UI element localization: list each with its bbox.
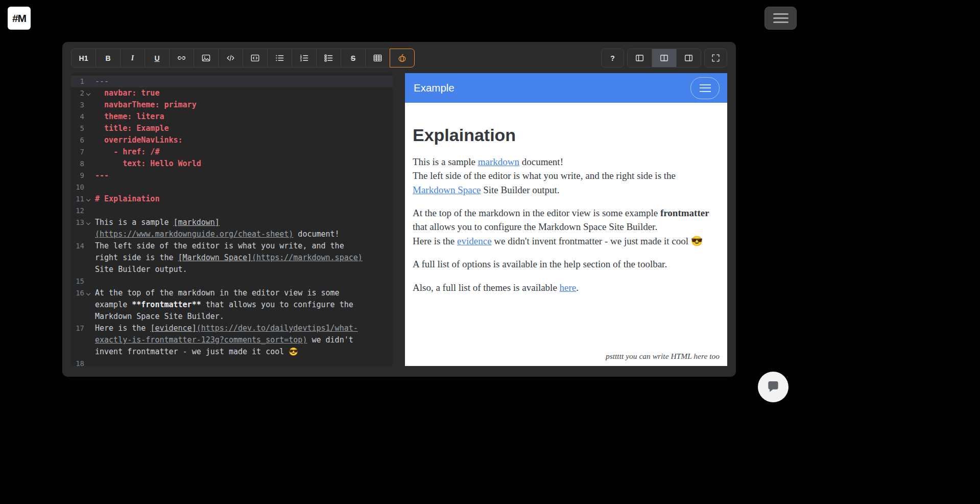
bold-button[interactable]: B <box>95 49 121 67</box>
bold-label: B <box>105 54 110 62</box>
editor-line[interactable]: 6 overrideNavLinks: <box>71 134 393 146</box>
line-number: 7 <box>71 146 84 158</box>
line-number: 6 <box>71 134 84 146</box>
editor-line[interactable]: 7 - href: /# <box>71 146 393 158</box>
format-button-group: H1BIU123S <box>71 49 415 67</box>
editor-line[interactable]: 11# Explaination <box>71 193 393 205</box>
ordered-list-button[interactable]: 123 <box>292 49 317 67</box>
editor-line[interactable]: 2 navbar: true <box>71 87 393 99</box>
line-number: 12 <box>71 205 84 217</box>
view-toggle-group <box>627 49 701 67</box>
line-number: 4 <box>71 111 84 123</box>
preview-navbar-title: Example <box>414 82 455 94</box>
panel-split-icon <box>659 53 669 63</box>
image-icon <box>201 53 211 63</box>
editor-panel: H1BIU123S ? 1---2 navbar: true3 navbarTh… <box>62 42 736 377</box>
line-number: 9 <box>71 170 84 181</box>
line-number: 3 <box>71 99 84 111</box>
preview-paragraph: At the top of the markdown in the editor… <box>413 206 720 248</box>
navbar-toggler-button[interactable] <box>690 77 720 99</box>
workspace: 1---2 navbar: true3 navbarTheme: primary… <box>71 73 727 366</box>
editor-line[interactable]: 8 text: Hello World <box>71 158 393 170</box>
bullet-list-button[interactable] <box>267 49 292 67</box>
fold-toggle-icon[interactable] <box>84 287 92 295</box>
preview-navbar: Example <box>405 73 727 103</box>
code-line-text: This is a sample [markdown](https://www.… <box>92 217 365 240</box>
view-editor-only-button[interactable] <box>627 49 652 67</box>
halloween-button[interactable] <box>390 49 415 67</box>
fullscreen-icon <box>711 53 721 63</box>
code-line-text: navbarTheme: primary <box>92 99 365 111</box>
heading-button[interactable]: H1 <box>71 49 96 67</box>
code-line-text: navbar: true <box>92 87 365 99</box>
pumpkin-icon <box>397 53 407 63</box>
editor-line[interactable]: 10 <box>71 181 393 193</box>
line-number: 11 <box>71 193 84 205</box>
editor-line[interactable]: 15 <box>71 276 393 287</box>
italic-button[interactable]: I <box>120 49 145 67</box>
help-button[interactable]: ? <box>601 49 624 67</box>
code-line-text: theme: litera <box>92 111 365 123</box>
code-line-text: --- <box>92 76 365 87</box>
preview-footnote: psttttt you can write HTML here too <box>413 352 720 366</box>
editor-line[interactable]: 5 title: Example <box>71 123 393 134</box>
link-button[interactable] <box>169 49 194 67</box>
image-button[interactable] <box>194 49 219 67</box>
preview-link[interactable]: Markdown Space <box>413 185 481 195</box>
fullscreen-button[interactable] <box>704 49 727 67</box>
view-button-bar: ? <box>601 49 727 67</box>
preview-paragraph: This is a sample markdown document!The l… <box>413 155 720 197</box>
fold-toggle-icon[interactable] <box>84 87 92 95</box>
editor-line[interactable]: 13This is a sample [markdown](https://ww… <box>71 217 393 240</box>
line-number: 10 <box>71 181 84 193</box>
chat-bubble-icon <box>766 379 781 395</box>
top-menu-button[interactable] <box>764 7 797 30</box>
strikethrough-label: S <box>351 54 355 62</box>
code-block-icon <box>250 53 260 63</box>
editor-line[interactable]: 9--- <box>71 170 393 181</box>
code-line-text: text: Hello World <box>92 158 365 170</box>
code-line-text: title: Example <box>92 123 365 134</box>
line-number: 17 <box>71 323 84 334</box>
preview-pane: Example Explaination This is a sample ma… <box>405 73 727 366</box>
fold-toggle-icon[interactable] <box>84 217 92 224</box>
editor-line[interactable]: 3 navbarTheme: primary <box>71 99 393 111</box>
hamburger-icon <box>773 13 788 15</box>
editor-line[interactable]: 17Here is the [evidence](https://dev.to/… <box>71 323 393 358</box>
underline-button[interactable]: U <box>145 49 170 67</box>
preview-link[interactable]: markdown <box>478 156 519 167</box>
editor-line[interactable]: 18 <box>71 358 393 366</box>
line-number: 2 <box>71 87 84 99</box>
inline-code-button[interactable] <box>218 49 243 67</box>
preview-link[interactable]: here <box>560 282 577 293</box>
bullet-list-icon <box>275 53 284 63</box>
editor-line[interactable]: 1--- <box>71 76 393 87</box>
editor-line[interactable]: 16At the top of the markdown in the edit… <box>71 287 393 323</box>
underline-label: U <box>154 54 159 62</box>
preview-link[interactable]: evidence <box>457 236 492 246</box>
svg-text:3: 3 <box>300 59 302 62</box>
line-number: 5 <box>71 123 84 134</box>
task-list-button[interactable] <box>316 49 341 67</box>
panel-left-icon <box>635 53 644 63</box>
code-block-button[interactable] <box>243 49 268 67</box>
chat-launcher-button[interactable] <box>758 372 788 402</box>
preview-heading: Explaination <box>413 125 720 145</box>
view-split-button[interactable] <box>652 49 677 67</box>
fold-toggle-icon[interactable] <box>84 193 92 201</box>
code-line-text: # Explaination <box>92 193 365 205</box>
line-number: 15 <box>71 276 84 287</box>
table-button[interactable] <box>365 49 390 67</box>
table-icon <box>373 53 383 63</box>
code-line-text: - href: /# <box>92 146 365 158</box>
editor-line[interactable]: 14The left side of the editor is what yo… <box>71 240 393 276</box>
ordered-list-icon: 123 <box>299 53 309 63</box>
link-icon <box>177 53 186 63</box>
editor-line[interactable]: 4 theme: litera <box>71 111 393 123</box>
code-editor[interactable]: 1---2 navbar: true3 navbarTheme: primary… <box>71 73 393 366</box>
line-number: 14 <box>71 240 84 252</box>
view-preview-only-button[interactable] <box>676 49 701 67</box>
strikethrough-button[interactable]: S <box>341 49 366 67</box>
editor-line[interactable]: 12 <box>71 205 393 217</box>
code-line-text: --- <box>92 170 365 181</box>
